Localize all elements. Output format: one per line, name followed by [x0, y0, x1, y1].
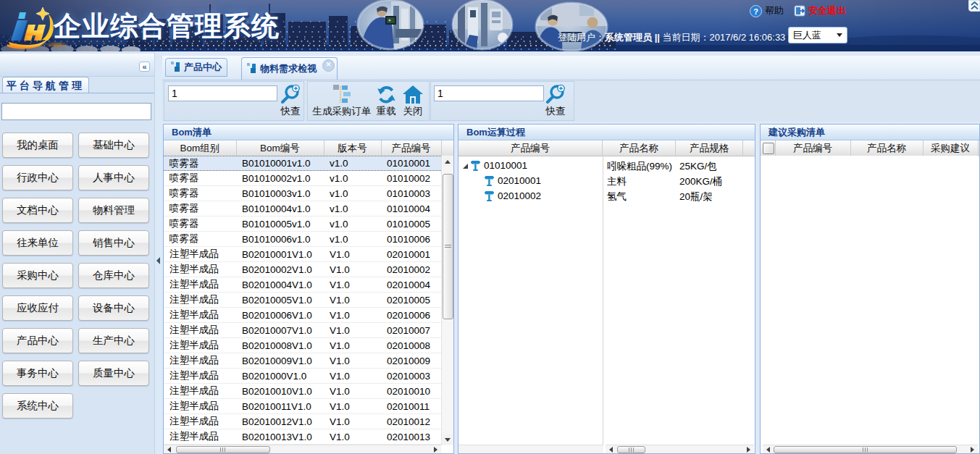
bom-list-row-01010001[interactable]: 喷雾器B01010001v1.0v1.001010001 [164, 156, 441, 171]
cell-Bom编号: B01010005v1.0 [236, 217, 324, 231]
purchase-list-horizontal-scrollbar[interactable] [763, 445, 978, 453]
sidebar-item-基础中心[interactable]: 基础中心 [78, 133, 149, 158]
column-header-采购建议[interactable]: 采购建议 [923, 140, 979, 156]
bom-process-node-02010001[interactable]: 02010001主料200KG/桶 [458, 173, 755, 188]
bom-process-node-02010002[interactable]: 02010002氢气20瓶/架 [458, 188, 755, 203]
bom-list-vertical-scrollbar[interactable] [441, 156, 453, 445]
bom-list-row-02010012[interactable]: 注塑半成品B02010012V1.0V1.002010012 [164, 414, 441, 429]
header-links: ? 帮助 安全退出 [750, 4, 846, 17]
bom-list-row-01010006[interactable]: 喷雾器B01010006v1.0v1.001010006 [164, 232, 441, 247]
sidebar-item-产品中心[interactable]: 产品中心 [2, 328, 73, 353]
vertical-scroll-thumb[interactable] [443, 174, 453, 319]
sidebar-item-文档中心[interactable]: 文档中心 [2, 198, 73, 223]
tab-material-requirements[interactable]: 物料需求检视 ✕ [241, 57, 338, 80]
cell-Bom编号: B02010011V1.0 [236, 399, 324, 413]
help-link[interactable]: 帮助 [765, 4, 784, 17]
select-all-checkbox[interactable] [763, 143, 774, 154]
logout-icon[interactable] [794, 5, 805, 17]
thumb-grip-icon [220, 447, 226, 452]
quick-search-button-2[interactable]: 快查 [530, 83, 581, 119]
bom-list-row-01010004[interactable]: 喷雾器B01010004v1.0v1.001010004 [164, 201, 441, 217]
horizontal-scroll-thumb[interactable] [617, 446, 645, 453]
collapse-sidebar-button[interactable]: « [139, 62, 150, 72]
sidebar-search-input[interactable] [1, 103, 151, 120]
sidebar-item-我的桌面[interactable]: 我的桌面 [2, 133, 73, 158]
sidebar-item-仓库中心[interactable]: 仓库中心 [78, 263, 149, 288]
scroll-right-button[interactable] [431, 446, 440, 453]
column-header-Bom组别[interactable]: Bom组别 [164, 140, 237, 156]
sidebar-item-销售中心[interactable]: 销售中心 [78, 230, 149, 256]
sidebar-item-应收应付[interactable]: 应收应付 [2, 295, 73, 321]
column-header-产品名称[interactable]: 产品名称 [603, 140, 676, 156]
product-quick-search-input[interactable] [434, 85, 544, 101]
scroll-right-button[interactable] [744, 446, 753, 453]
bom-process-horizontal-scrollbar[interactable] [606, 445, 754, 453]
arrow-left-icon [766, 447, 770, 453]
sidebar-item-往来单位[interactable]: 往来单位 [2, 230, 73, 256]
cell-Bom编号: B01010001v1.0 [236, 156, 324, 170]
scroll-left-button[interactable] [763, 446, 773, 453]
column-header-产品编号[interactable]: 产品编号 [775, 140, 851, 156]
bom-list-row-02010006[interactable]: 注塑半成品B02010006V1.0V1.002010006 [164, 308, 441, 323]
bom-list-row-02010009[interactable]: 注塑半成品B02010009V1.0V1.002010009 [164, 353, 441, 369]
sidebar-item-行政中心[interactable]: 行政中心 [2, 165, 73, 190]
sidebar-item-物料管理[interactable]: 物料管理 [78, 198, 149, 223]
bom-list-row-02010001[interactable]: 注塑半成品B02010001V1.0V1.002010001 [164, 247, 441, 262]
logout-link[interactable]: 安全退出 [808, 4, 846, 17]
sidebar-item-生产中心[interactable]: 生产中心 [78, 328, 149, 353]
cell-Bom组别: 喷雾器 [164, 186, 236, 201]
column-header-版本号[interactable]: 版本号 [324, 140, 382, 156]
scroll-down-button[interactable] [443, 434, 453, 445]
magnifier-plus-icon [280, 83, 301, 106]
generate-purchase-order-button[interactable]: 生成采购订单 [317, 83, 367, 119]
column-header-产品名称[interactable]: 产品名称 [850, 140, 924, 156]
cell-产品名称: 氢气 [607, 190, 627, 203]
sidebar-item-事务中心[interactable]: 事务中心 [2, 361, 73, 386]
sidebar-item-采购中心[interactable]: 采购中心 [2, 263, 73, 288]
tree-expanded-icon[interactable] [462, 163, 469, 169]
bom-list-row-01010002[interactable]: 喷雾器B01010002v1.0v1.001010002 [164, 171, 441, 186]
splitter-collapse-arrow-icon[interactable] [156, 257, 160, 264]
horizontal-scroll-thumb[interactable] [774, 446, 957, 453]
bom-list-row-01010003[interactable]: 喷雾器B01010003v1.0v1.001010003 [164, 186, 441, 201]
scroll-left-button[interactable] [606, 446, 616, 453]
panel-purchase-list: 建议采购清单 产品编号产品名称采购建议 [760, 124, 980, 454]
collapse-banner-button[interactable] [968, 0, 980, 12]
sidebar-item-质量中心[interactable]: 质量中心 [78, 361, 149, 386]
bom-list-row-01010005[interactable]: 喷雾器B01010005v1.0v1.001010005 [164, 217, 441, 232]
bom-list-row-02010004[interactable]: 注塑半成品B02010004V1.0V1.002010004 [164, 277, 441, 293]
bom-list-horizontal-scrollbar[interactable] [164, 445, 441, 453]
help-icon[interactable]: ? [750, 5, 762, 17]
bom-list-row-02010008[interactable]: 注塑半成品B02010008V1.0V1.002010008 [164, 338, 441, 353]
column-header-产品规格[interactable]: 产品规格 [676, 140, 743, 156]
bom-quick-search-input[interactable] [168, 85, 277, 101]
bom-list-row-02010011[interactable]: 注塑半成品B02010011V1.0V1.002010011 [164, 399, 441, 414]
column-header-产品编号[interactable]: 产品编号 [458, 140, 603, 156]
bom-list-row-02010010[interactable]: 注塑半成品B02010010V1.0V1.002010010 [164, 384, 441, 399]
bom-list-row-02010005[interactable]: 注塑半成品B02010005V1.0V1.002010005 [164, 293, 441, 308]
scroll-right-button[interactable] [968, 446, 977, 453]
column-header-产品编号[interactable]: 产品编号 [381, 140, 442, 156]
cell-产品编号: 02010003 [381, 369, 441, 383]
bom-list-row-02010002[interactable]: 注塑半成品B02010002V1.0V1.002010002 [164, 262, 441, 277]
panel-bom-process: Bom运算过程 产品编号产品名称产品规格 01010001吲哚粗品(99%)25… [458, 124, 755, 454]
bom-list-row-02010007[interactable]: 注塑半成品B02010007V1.0V1.002010007 [164, 323, 441, 338]
horizontal-scroll-thumb[interactable] [176, 446, 270, 453]
sidebar-item-人事中心[interactable]: 人事中心 [78, 165, 149, 190]
bom-list-row-02010003[interactable]: 注塑半成品B0201000V1.0V1.002010003 [164, 369, 441, 384]
bom-process-node-01010001[interactable]: 01010001吲哚粗品(99%)25KG/包 [458, 158, 755, 173]
scroll-left-button[interactable] [164, 446, 174, 453]
sidebar-item-设备中心[interactable]: 设备中心 [78, 295, 149, 321]
sidebar-item-系统中心[interactable]: 系统中心 [2, 393, 73, 419]
scroll-up-button[interactable] [443, 156, 453, 167]
theme-dropdown[interactable]: 巨人蓝 [788, 27, 847, 43]
cell-产品编号: 02010001 [498, 175, 541, 186]
cell-产品编号: 02010013 [381, 429, 441, 444]
cell-产品编号: 02010007 [381, 323, 441, 337]
bom-list-row-02010013[interactable]: 注塑半成品B02010013V1.0V1.002010013 [164, 429, 441, 445]
close-tab-icon[interactable]: ✕ [322, 59, 335, 72]
sidebar-tab-platform-nav[interactable]: 平台导航管理 [2, 77, 89, 93]
panel-bom-process-title: Bom运算过程 [458, 125, 755, 140]
column-header-Bom编号[interactable]: Bom编号 [236, 140, 324, 156]
tab-product-center[interactable]: 产品中心 [165, 58, 227, 77]
